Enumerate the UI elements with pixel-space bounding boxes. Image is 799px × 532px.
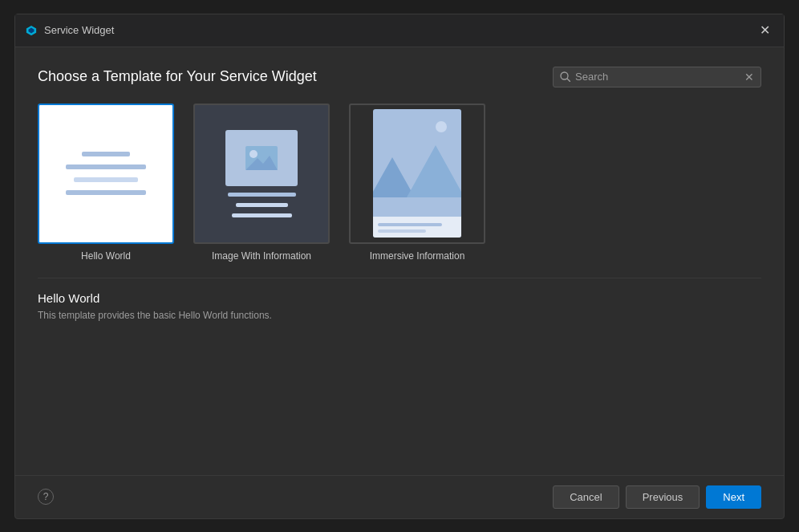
search-icon bbox=[560, 71, 570, 82]
template-thumbnail-hello-world bbox=[38, 104, 174, 244]
next-button[interactable]: Next bbox=[706, 485, 761, 509]
footer-buttons: Cancel Previous Next bbox=[553, 485, 761, 509]
search-box: ✕ bbox=[553, 67, 761, 87]
hw-line-2 bbox=[66, 164, 146, 169]
title-bar: Service Widget ✕ bbox=[15, 14, 784, 47]
immersive-information-preview bbox=[373, 109, 461, 238]
dialog-content: Choose a Template for Your Service Widge… bbox=[15, 47, 784, 475]
ii-text-line-1 bbox=[378, 223, 442, 226]
cancel-button[interactable]: Cancel bbox=[553, 485, 619, 509]
dialog-window: Service Widget ✕ Choose a Template for Y… bbox=[14, 14, 785, 519]
close-button[interactable]: ✕ bbox=[755, 21, 774, 40]
description-title: Hello World bbox=[38, 291, 761, 305]
search-clear-button[interactable]: ✕ bbox=[744, 71, 754, 83]
ii-mountain-right bbox=[407, 145, 461, 197]
template-card-hello-world[interactable]: Hello World bbox=[38, 104, 174, 262]
template-label-hello-world: Hello World bbox=[81, 250, 131, 262]
title-bar-left: Service Widget bbox=[25, 24, 114, 37]
page-title: Choose a Template for Your Service Widge… bbox=[38, 68, 317, 85]
service-widget-icon bbox=[25, 24, 38, 37]
description-section: Hello World This template provides the b… bbox=[38, 278, 761, 462]
template-thumbnail-immersive-information bbox=[349, 104, 485, 244]
previous-button[interactable]: Previous bbox=[626, 485, 700, 509]
ii-sun bbox=[436, 121, 447, 132]
svg-line-3 bbox=[567, 79, 570, 82]
ii-text-line-2 bbox=[378, 229, 426, 233]
image-with-information-preview bbox=[213, 117, 310, 230]
svg-point-5 bbox=[249, 150, 258, 158]
hw-line-3 bbox=[74, 177, 138, 182]
template-thumbnail-image-with-information bbox=[193, 104, 330, 244]
hello-world-preview bbox=[58, 136, 154, 211]
template-label-immersive-information: Immersive Information bbox=[370, 250, 465, 262]
templates-grid: Hello World bbox=[38, 104, 761, 262]
description-text: This template provides the basic Hello W… bbox=[38, 310, 761, 321]
template-label-image-with-information: Image With Information bbox=[212, 250, 311, 262]
iwi-line-1 bbox=[228, 193, 296, 197]
iwi-image-placeholder bbox=[225, 130, 298, 186]
ii-landscape bbox=[373, 117, 461, 197]
hw-line-4 bbox=[66, 190, 146, 195]
iwi-line-2 bbox=[236, 203, 288, 207]
template-card-immersive-information[interactable]: Immersive Information bbox=[349, 104, 485, 262]
template-card-image-with-information[interactable]: Image With Information bbox=[193, 104, 330, 262]
ii-bottom-bar bbox=[373, 217, 461, 238]
iwi-line-3 bbox=[232, 213, 292, 217]
help-button[interactable]: ? bbox=[38, 489, 54, 505]
title-text: Service Widget bbox=[44, 24, 114, 36]
header-row: Choose a Template for Your Service Widge… bbox=[38, 67, 761, 87]
hw-line-1 bbox=[82, 152, 130, 156]
dialog-footer: ? Cancel Previous Next bbox=[15, 475, 784, 518]
search-input[interactable] bbox=[575, 71, 740, 83]
